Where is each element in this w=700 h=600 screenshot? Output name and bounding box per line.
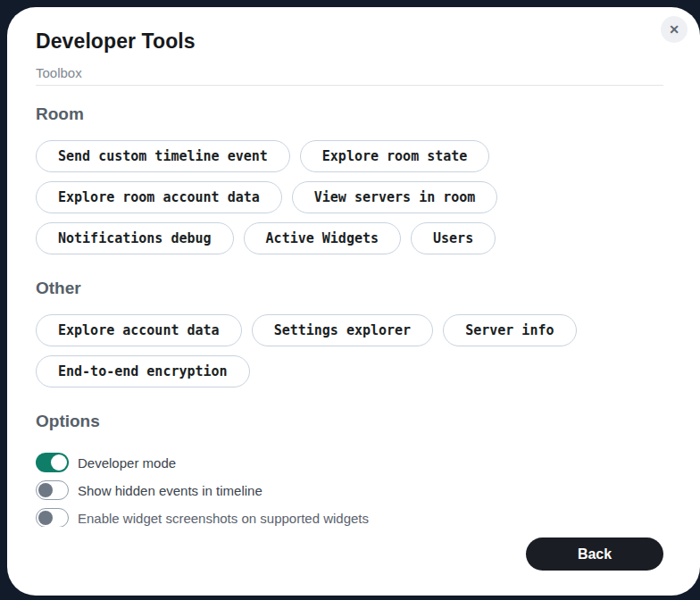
send-custom-timeline-event-button[interactable]: Send custom timeline event (36, 140, 290, 172)
toggle-row-widget-screenshots: Enable widget screenshots on supported w… (36, 508, 663, 527)
room-buttons: Send custom timeline event Explore room … (36, 140, 663, 254)
toggle-knob (51, 454, 67, 471)
explore-room-state-button[interactable]: Explore room state (300, 140, 490, 172)
options-toggle-list: Developer mode Show hidden events in tim… (36, 453, 663, 527)
back-button[interactable]: Back (526, 538, 663, 571)
toggle-knob (38, 511, 53, 525)
widget-screenshots-label: Enable widget screenshots on supported w… (78, 511, 369, 526)
other-buttons: Explore account data Settings explorer S… (36, 314, 663, 388)
widget-screenshots-toggle[interactable] (36, 508, 69, 527)
notifications-debug-button[interactable]: Notifications debug (36, 222, 234, 254)
toggle-row-developer-mode: Developer mode (36, 453, 663, 472)
page-title: Developer Tools (36, 28, 663, 55)
breadcrumb-toolbox: Toolbox (36, 65, 663, 86)
users-button[interactable]: Users (411, 222, 496, 254)
settings-explorer-button[interactable]: Settings explorer (252, 314, 434, 346)
dialog-scroll-area[interactable]: Developer Tools Toolbox Room Send custom… (7, 7, 700, 527)
server-info-button[interactable]: Server info (443, 314, 576, 346)
developer-tools-dialog: ✕ Developer Tools Toolbox Room Send cust… (7, 7, 700, 596)
show-hidden-events-label: Show hidden events in timeline (78, 483, 262, 498)
developer-mode-toggle[interactable] (36, 453, 69, 472)
section-heading-room: Room (36, 104, 663, 125)
toggle-knob (38, 483, 53, 497)
dialog-footer: Back (526, 538, 663, 571)
explore-account-data-button[interactable]: Explore account data (36, 314, 242, 346)
view-servers-in-room-button[interactable]: View servers in room (292, 181, 498, 213)
show-hidden-events-toggle[interactable] (36, 480, 69, 500)
toggle-row-show-hidden-events: Show hidden events in timeline (36, 480, 663, 500)
explore-room-account-data-button[interactable]: Explore room account data (36, 181, 282, 213)
section-heading-options: Options (36, 411, 663, 432)
end-to-end-encryption-button[interactable]: End-to-end encryption (36, 355, 250, 388)
active-widgets-button[interactable]: Active Widgets (244, 222, 401, 254)
section-heading-other: Other (36, 278, 663, 299)
developer-mode-label: Developer mode (78, 455, 176, 471)
